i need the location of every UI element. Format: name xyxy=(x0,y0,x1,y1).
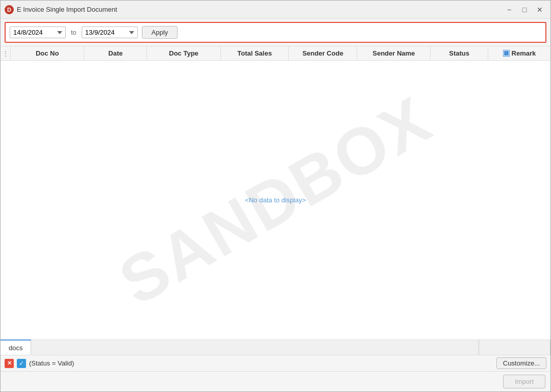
data-table-container: ⋮ Doc No Date Doc Type Total Sales Sende… xyxy=(1,46,550,339)
docs-tab[interactable]: docs xyxy=(1,339,31,355)
table-header: ⋮ Doc No Date Doc Type Total Sales Sende… xyxy=(1,46,550,61)
main-window: D E Invoice Single Import Document − □ ✕… xyxy=(0,0,551,392)
col-header-doc-type: Doc Type xyxy=(147,46,220,60)
no-data-message: <No data to display> xyxy=(245,196,306,204)
close-button[interactable]: ✕ xyxy=(533,4,546,15)
status-filter-text: (Status = Valid) xyxy=(29,359,493,367)
date-separator: to xyxy=(70,29,78,36)
window-controls: − □ ✕ xyxy=(503,4,546,15)
remark-checkbox-check xyxy=(504,51,509,56)
col-header-remark: Remark xyxy=(488,46,550,60)
import-button[interactable]: Import xyxy=(503,375,545,388)
table-body: SANDBOX <No data to display> xyxy=(1,61,550,339)
to-date-select[interactable]: 13/9/2024 xyxy=(82,27,138,38)
footer-tabs: docs xyxy=(1,339,550,355)
minimize-button[interactable]: − xyxy=(503,4,516,15)
filter-remove-button[interactable]: ✕ xyxy=(5,359,14,368)
column-grip[interactable]: ⋮ xyxy=(1,46,11,60)
title-bar: D E Invoice Single Import Document − □ ✕ xyxy=(1,1,550,19)
bottom-bar: Import xyxy=(1,371,550,391)
status-bar: ✕ ✓ (Status = Valid) Customize... xyxy=(1,355,550,371)
col-header-sender-name: Sender Name xyxy=(357,46,431,60)
empty-tab-2 xyxy=(479,340,550,355)
empty-tab-1 xyxy=(31,340,479,355)
col-header-date: Date xyxy=(84,46,147,60)
col-header-total-sales: Total Sales xyxy=(221,46,289,60)
col-header-doc-no: Doc No xyxy=(11,46,84,60)
maximize-button[interactable]: □ xyxy=(518,4,531,15)
toolbar: 14/8/2024 to 13/9/2024 Apply xyxy=(5,22,546,43)
from-date-select[interactable]: 14/8/2024 xyxy=(10,27,66,38)
col-header-sender-code: Sender Code xyxy=(289,46,357,60)
filter-check-button[interactable]: ✓ xyxy=(17,359,26,368)
remark-checkbox[interactable] xyxy=(503,50,510,57)
window-title: E Invoice Single Import Document xyxy=(17,6,503,13)
app-icon: D xyxy=(5,5,14,14)
remark-label: Remark xyxy=(512,49,536,57)
apply-button[interactable]: Apply xyxy=(142,26,178,39)
col-header-status: Status xyxy=(431,46,488,60)
customize-button[interactable]: Customize... xyxy=(496,357,546,369)
